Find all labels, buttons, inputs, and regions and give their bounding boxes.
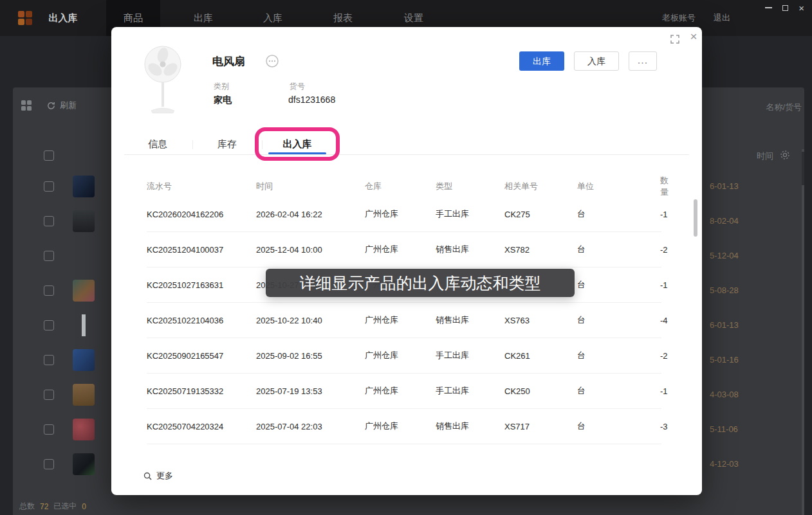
col-type: 类型 — [436, 181, 504, 192]
logout-button[interactable]: 退出 — [709, 0, 735, 36]
table-cell: -1 — [660, 386, 668, 396]
io-table: 流水号 时间 仓库 类型 相关单号 单位 数量 KC20260204162206… — [147, 175, 661, 444]
table-cell: 销售出库 — [436, 314, 504, 326]
refresh-button[interactable]: 刷新 — [46, 100, 77, 111]
category-label: 类别 — [214, 81, 229, 92]
table-cell: 台 — [577, 350, 660, 361]
sku-value: dfs1231668 — [288, 95, 335, 105]
nav-inout[interactable]: 出入库 — [45, 0, 81, 36]
table-cell: -1 — [660, 280, 668, 290]
row-checkbox[interactable] — [44, 251, 54, 261]
table-cell: KC20251027163631 — [147, 280, 256, 290]
table-cell: KC20251204100037 — [147, 245, 256, 255]
background-scrollbar-thumb[interactable] — [802, 152, 804, 185]
row-checkbox[interactable] — [44, 390, 54, 400]
table-row[interactable]: KC202507191353322025-07-19 13:53广州仓库手工出库… — [147, 374, 661, 409]
sku-label: 货号 — [290, 81, 305, 92]
table-row[interactable]: KC202602041622062026-02-04 16:22广州仓库手工出库… — [147, 197, 661, 232]
list-footer: 总数 72 已选中 0 — [19, 501, 86, 512]
dark-product-thumbnail — [73, 453, 95, 475]
search-icon — [143, 472, 152, 480]
close-icon[interactable]: × — [798, 3, 804, 13]
tv-thumbnail — [73, 176, 95, 197]
row-checkbox[interactable] — [44, 320, 54, 330]
table-cell: 广州仓库 — [365, 420, 436, 432]
row-date: 6-01-13 — [710, 308, 739, 343]
app-window: 出入库 商品 出库 入库 报表 设置 老板账号 退出 × 刷新 名称/货号 时间 — [0, 0, 812, 515]
table-cell: 2025-09-02 16:55 — [256, 351, 365, 361]
row-checkbox[interactable] — [44, 459, 54, 469]
minimize-icon[interactable] — [765, 7, 772, 8]
table-row[interactable]: KC202509021655472025-09-02 16:55广州仓库手工出库… — [147, 338, 661, 374]
load-more-label: 更多 — [156, 470, 173, 482]
table-cell: 销售出库 — [436, 420, 504, 432]
product-detail-modal: × 电风扇 类别 家电 — [111, 27, 702, 495]
row-date: 5-12-04 — [710, 239, 739, 273]
lamp-thumbnail — [73, 314, 95, 336]
row-checkbox[interactable] — [44, 216, 54, 226]
table-cell: CK250 — [504, 386, 577, 396]
col-ref: 相关单号 — [504, 181, 577, 192]
table-cell: 2025-07-04 22:03 — [256, 422, 365, 431]
table-cell: 2025-07-19 13:53 — [256, 386, 365, 396]
table-row[interactable]: KC202510221040362025-10-22 10:40广州仓库销售出库… — [147, 303, 661, 338]
table-row[interactable]: KC202512041000372025-12-04 10:00广州仓库销售出库… — [147, 232, 661, 267]
table-cell: 2026-02-04 16:22 — [256, 210, 365, 219]
col-qty: 数量 — [660, 175, 669, 198]
table-cell: 2025-12-04 10:00 — [256, 245, 365, 255]
selected-label: 已选中 — [53, 501, 77, 512]
row-checkbox[interactable] — [44, 285, 54, 296]
background-scrollbar-track[interactable] — [802, 149, 804, 515]
gear-icon[interactable] — [780, 150, 790, 163]
io-table-header: 流水号 时间 仓库 类型 相关单号 单位 数量 — [147, 175, 661, 197]
chat-icon[interactable] — [265, 54, 279, 68]
refresh-icon — [46, 101, 56, 111]
table-cell: 台 — [577, 420, 660, 432]
table-cell: 手工出库 — [436, 385, 504, 397]
tab-separator — [192, 140, 193, 149]
select-all-checkbox[interactable] — [44, 150, 54, 161]
artwork-thumbnail — [73, 280, 95, 302]
maximize-icon[interactable] — [782, 5, 788, 11]
table-cell: 广州仓库 — [365, 385, 436, 397]
col-serial: 流水号 — [147, 181, 256, 192]
table-cell: 手工出库 — [436, 350, 504, 361]
table-cell: 台 — [577, 208, 660, 220]
inbound-button[interactable]: 入库 — [574, 51, 619, 71]
table-cell: 台 — [577, 244, 660, 255]
more-actions-button[interactable]: ... — [629, 51, 657, 71]
grid-view-icon[interactable] — [21, 100, 32, 114]
wood-box-thumbnail — [73, 384, 95, 406]
outbound-button[interactable]: 出库 — [519, 51, 564, 71]
refresh-label: 刷新 — [60, 100, 77, 111]
row-date: 5-01-16 — [710, 343, 739, 377]
tab-separator — [262, 140, 263, 149]
table-cell: 台 — [577, 314, 660, 326]
search-placeholder[interactable]: 名称/货号 — [766, 102, 802, 113]
row-checkbox[interactable] — [44, 424, 54, 435]
product-name: 电风扇 — [212, 54, 245, 69]
table-cell: -1 — [660, 210, 668, 219]
total-value: 72 — [40, 502, 48, 511]
row-date: 4-03-08 — [710, 377, 739, 412]
row-date: 8-02-04 — [710, 204, 739, 239]
table-cell: -2 — [660, 245, 668, 255]
tab-info[interactable]: 信息 — [142, 135, 174, 153]
table-cell: -4 — [660, 316, 668, 325]
table-cell: XS763 — [504, 316, 577, 325]
tab-stock[interactable]: 库存 — [211, 135, 243, 153]
modal-close-icon[interactable]: × — [687, 30, 701, 44]
table-cell: XS782 — [504, 245, 577, 255]
tab-inout-active[interactable]: 出入库 — [278, 135, 317, 153]
row-checkbox[interactable] — [44, 355, 54, 365]
col-warehouse: 仓库 — [365, 181, 436, 192]
modal-scrollbar-thumb[interactable] — [694, 199, 697, 237]
printer-thumbnail — [73, 210, 95, 232]
expand-icon[interactable] — [670, 34, 680, 44]
row-date: 6-01-13 — [710, 169, 739, 204]
table-row[interactable]: KC202507042203242025-07-04 22:03广州仓库销售出库… — [147, 409, 661, 444]
load-more[interactable]: 更多 — [143, 469, 173, 482]
row-checkbox[interactable] — [44, 181, 54, 192]
table-cell: 手工出库 — [436, 208, 504, 220]
table-cell: KC20250719135332 — [147, 386, 256, 396]
